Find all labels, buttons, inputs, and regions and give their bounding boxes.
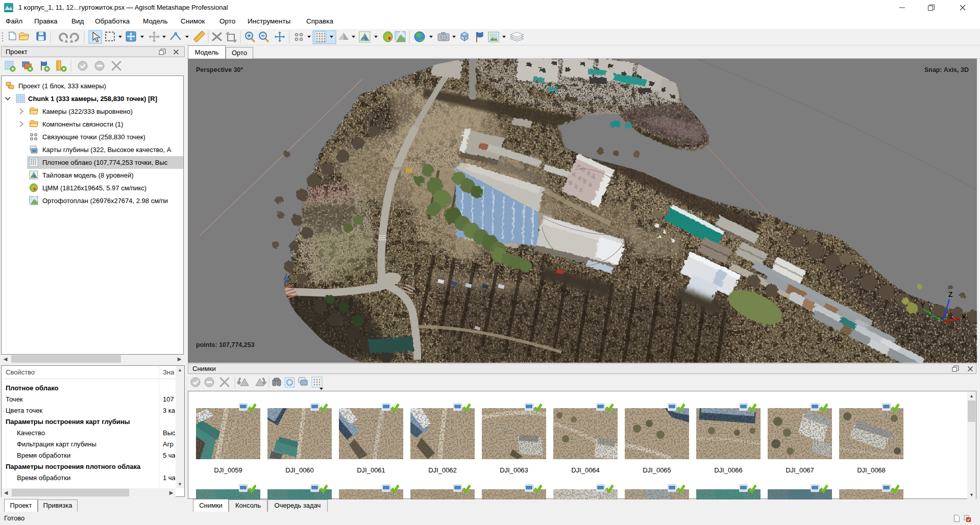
- svg-text:Perspective 30º: Perspective 30º: [196, 66, 243, 73]
- svg-text:X: X: [962, 313, 967, 321]
- svg-text:Snap: Axis, 3D: Snap: Axis, 3D: [924, 66, 969, 73]
- svg-text:Y: Y: [920, 301, 925, 309]
- svg-text:Z: Z: [948, 290, 953, 298]
- svg-text:points: 107,774,253: points: 107,774,253: [196, 341, 255, 348]
